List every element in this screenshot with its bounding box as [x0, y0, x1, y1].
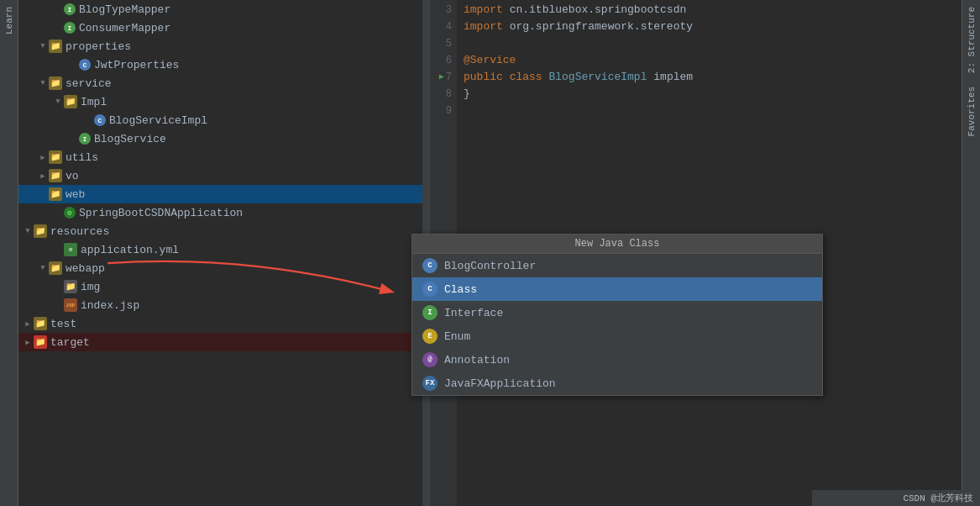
tree-item-Impl[interactable]: ▼ 📁 Impl — [18, 92, 429, 111]
jsp-icon: JSP — [64, 298, 77, 312]
line-num-6: 6 — [430, 52, 452, 69]
class-icon: C — [94, 114, 106, 126]
tree-label: BlogServiceImpl — [109, 114, 207, 127]
keyword-import: import — [464, 3, 503, 16]
code-line-8: } — [464, 86, 955, 103]
code-line-7: public class BlogServiceImpl implem — [464, 69, 955, 86]
menu-item-label: Class — [444, 283, 477, 296]
class-icon: C — [79, 59, 91, 71]
import-path: cn.itbluebox.springbootcsdn — [510, 3, 687, 16]
tree-item-target[interactable]: ▶ 📁 target — [18, 333, 429, 351]
menu-item-BlogController[interactable]: C BlogController — [412, 254, 822, 277]
menu-header: New Java Class — [412, 235, 822, 254]
menu-item-label: BlogController — [444, 260, 536, 272]
menu-item-JavaFXApplication[interactable]: FX JavaFXApplication — [412, 372, 822, 395]
code-line-9 — [464, 103, 955, 119]
right-sidebar-tabs: 2: Structure Favorites — [962, 0, 980, 506]
expand-arrow: ▶ — [22, 319, 34, 329]
tree-label: target — [50, 336, 90, 349]
tree-item-SpringBootCSDNApp[interactable]: ⚙ SpringBootCSDNApplication — [18, 203, 429, 222]
tree-item-ConsumerMapper[interactable]: I ConsumerMapper — [18, 18, 429, 37]
tree-item-vo[interactable]: ▶ 📁 vo — [18, 166, 429, 185]
line-num-4: 4 — [430, 18, 452, 35]
status-bar: CSDN @北芳科技 — [812, 490, 980, 506]
app-icon: ⚙ — [64, 207, 76, 219]
code-line-6: @Service — [464, 52, 955, 69]
tree-item-webapp[interactable]: ▼ 📁 webapp — [18, 259, 429, 277]
annotation-service: @Service — [464, 54, 516, 66]
tree-item-web[interactable]: 📁 web — [18, 185, 429, 203]
tree-label: vo — [66, 170, 79, 182]
tree-label: test — [50, 318, 76, 330]
tree-label: application.yml — [81, 244, 179, 256]
tree-item-resources[interactable]: ▼ 📁 resources — [18, 222, 429, 240]
tree-item-index-jsp[interactable]: JSP index.jsp — [18, 296, 429, 314]
enum-icon: E — [422, 329, 438, 344]
status-text: CSDN @北芳科技 — [903, 493, 973, 503]
tree-item-application-yml[interactable]: ⚙ application.yml — [18, 240, 429, 259]
expand-arrow: ▼ — [37, 42, 49, 50]
tree-label: SpringBootCSDNApplication — [79, 207, 243, 219]
tree-item-test[interactable]: ▶ 📁 test — [18, 314, 429, 333]
menu-item-Class[interactable]: C Class — [412, 277, 822, 301]
tree-item-BlogTypeMapper[interactable]: I BlogTypeMapper — [18, 0, 429, 18]
tree-label: resources — [50, 225, 109, 238]
tree-item-BlogServiceImpl[interactable]: C BlogServiceImpl — [18, 111, 429, 129]
tree-item-properties[interactable]: ▼ 📁 properties — [18, 37, 429, 55]
tree-item-JwtProperties[interactable]: C JwtProperties — [18, 55, 429, 74]
plain-folder-icon: 📁 — [64, 280, 77, 293]
class-icon: C — [422, 282, 438, 297]
code-line-3: import cn.itbluebox.springbootcsdn — [464, 2, 955, 18]
line-num-9: 9 — [430, 103, 452, 119]
expand-arrow: ▼ — [37, 264, 49, 272]
folder-icon: 📁 — [34, 224, 47, 238]
yml-icon: ⚙ — [64, 243, 77, 256]
expand-arrow: ▼ — [37, 79, 49, 87]
folder-icon: 📁 — [49, 150, 62, 164]
tree-label: utils — [66, 151, 98, 164]
tree-label: img — [81, 281, 100, 293]
expand-arrow: ▼ — [52, 98, 64, 106]
structure-tab[interactable]: 2: Structure — [964, 0, 979, 80]
closing-brace: } — [464, 87, 470, 100]
menu-item-Enum[interactable]: E Enum — [412, 324, 822, 348]
tree-label: service — [66, 77, 112, 90]
tree-label: JwtProperties — [94, 59, 179, 71]
interface-icon: I — [64, 22, 76, 34]
tree-label: BlogService — [94, 133, 166, 145]
folder-icon: 📁 — [49, 261, 62, 275]
tree-label: ConsumerMapper — [79, 22, 170, 34]
tree-label: index.jsp — [81, 299, 139, 312]
expand-arrow: ▶ — [37, 171, 49, 181]
tree-label: Impl — [81, 96, 107, 108]
favorites-tab[interactable]: Favorites — [964, 80, 979, 143]
main-container: I BlogTypeMapper I ConsumerMapper ▼ 📁 pr… — [18, 0, 980, 506]
class-icon: C — [422, 258, 438, 273]
tree-label: properties — [66, 40, 131, 53]
folder-icon: 📁 — [49, 187, 62, 201]
folder-icon: 📁 — [49, 40, 62, 53]
menu-item-Interface[interactable]: I Interface — [412, 301, 822, 324]
line-num-7: ▶7 — [430, 69, 452, 86]
import-path: org.springframework.stereoty — [510, 20, 693, 33]
line-num-5: 5 — [430, 35, 452, 52]
interface-icon: I — [422, 305, 438, 320]
project-tree-panel: I BlogTypeMapper I ConsumerMapper ▼ 📁 pr… — [18, 0, 430, 506]
learn-tab[interactable]: Learn — [2, 0, 17, 41]
tree-item-img[interactable]: 📁 img — [18, 277, 429, 296]
folder-icon: 📁 — [64, 95, 77, 108]
menu-item-label: Annotation — [444, 354, 510, 366]
menu-item-label: Interface — [444, 307, 503, 319]
left-sidebar-tabs: Learn — [0, 0, 18, 506]
menu-item-label: JavaFXApplication — [444, 377, 556, 390]
menu-item-label: Enum — [444, 330, 470, 343]
javafx-icon: FX — [422, 376, 438, 391]
class-name: BlogServiceImpl — [548, 71, 647, 83]
tree-item-BlogService[interactable]: I BlogService — [18, 129, 429, 148]
annotation-icon: @ — [422, 352, 438, 367]
menu-item-Annotation[interactable]: @ Annotation — [412, 348, 822, 372]
tree-label: webapp — [66, 262, 105, 275]
tree-item-utils[interactable]: ▶ 📁 utils — [18, 148, 429, 166]
keyword-class: class — [510, 71, 542, 83]
tree-item-service[interactable]: ▼ 📁 service — [18, 74, 429, 92]
